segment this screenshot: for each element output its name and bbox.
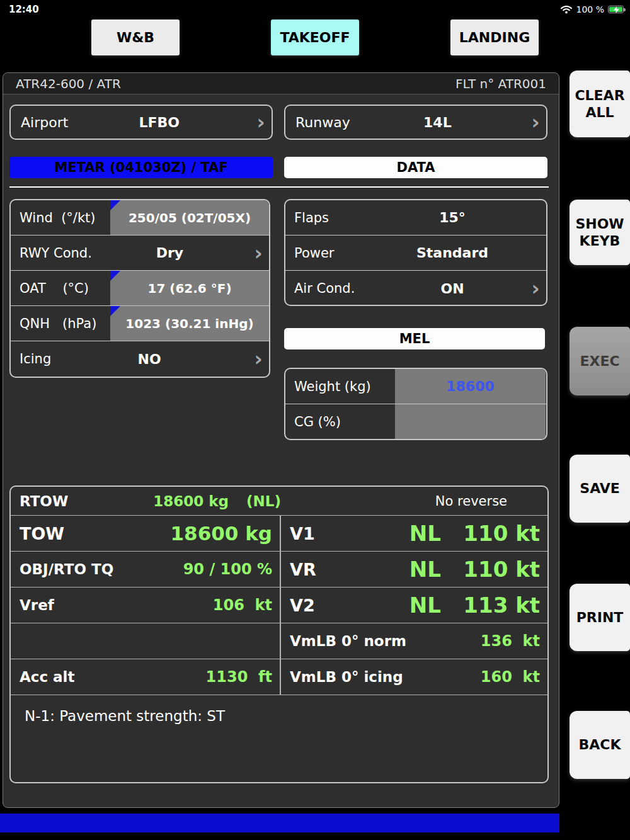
- edit-corner-icon: [110, 271, 120, 281]
- clear-all-button[interactable]: CLEAR ALL: [570, 71, 630, 137]
- result-vref: Vref 106 kt: [11, 587, 281, 623]
- oat-input[interactable]: 17 (62.6 °F): [110, 271, 269, 305]
- airport-label: Airport: [11, 115, 68, 130]
- weight-label: Weight (kg): [285, 379, 371, 394]
- chevron-right-icon: ›: [250, 112, 272, 132]
- chevron-right-icon: ›: [525, 112, 546, 132]
- runway-value: 14L: [350, 115, 525, 130]
- oat-row: OAT (°C) 17 (62.6 °F): [11, 271, 269, 306]
- wifi-icon: [560, 5, 573, 14]
- result-vmlb-norm: VmLB 0° norm 136 kt: [281, 623, 547, 659]
- cg-label: CG (%): [285, 414, 341, 429]
- flaps-label: Flaps: [285, 210, 380, 225]
- result-v2: V2 NL 113 kt: [281, 587, 547, 623]
- print-button[interactable]: PRINT: [570, 584, 630, 651]
- qnh-row: QNH (hPa) 1023 (30.21 inHg): [11, 306, 269, 341]
- edit-corner-icon: [110, 200, 120, 210]
- result-obj-rto-tq: OBJ/RTO TQ 90 / 100 %: [11, 552, 281, 587]
- flaps-value: 15°: [380, 210, 525, 225]
- rtow-flag: (NL): [246, 493, 281, 509]
- wind-input[interactable]: 250/05 (02T/05X): [110, 200, 269, 235]
- bottom-accent-bar: [0, 814, 559, 832]
- tab-wb[interactable]: W&B: [91, 20, 180, 55]
- flight-number: FLT n° ATR001: [455, 76, 546, 91]
- chevron-right-icon: ›: [248, 243, 269, 263]
- chevron-right-icon: ›: [248, 349, 269, 369]
- qnh-label: QNH (hPa): [11, 316, 96, 331]
- runway-selector[interactable]: Runway 14L ›: [284, 105, 547, 140]
- conditions-group: Wind (°/kt) 250/05 (02T/05X) RWY Cond. D…: [9, 199, 270, 378]
- config-group: Flaps 15° Power Standard Air Cond. ON ›: [284, 199, 547, 306]
- qnh-value: 1023 (30.21 inHg): [125, 316, 253, 331]
- air-cond-label: Air Cond.: [285, 281, 380, 296]
- tab-landing[interactable]: LANDING: [450, 20, 539, 55]
- battery-icon: [608, 6, 624, 13]
- rwy-cond-value: Dry: [92, 245, 248, 261]
- divider: [9, 186, 549, 188]
- back-button[interactable]: BACK: [570, 711, 630, 779]
- tab-takeoff[interactable]: TAKEOFF: [271, 20, 359, 55]
- reverse-note: No reverse: [435, 494, 539, 509]
- save-button[interactable]: SAVE: [570, 455, 630, 523]
- oat-label: OAT (°C): [11, 281, 89, 296]
- power-label: Power: [285, 246, 380, 261]
- takeoff-panel: ATR42-600 / ATR FLT n° ATR001 Airport LF…: [3, 72, 559, 808]
- airport-selector[interactable]: Airport LFBO ›: [9, 105, 273, 140]
- icing-label: Icing: [11, 351, 51, 366]
- aircraft-title: ATR42-600 / ATR: [16, 76, 121, 91]
- cg-row: CG (%): [285, 404, 546, 440]
- qnh-input[interactable]: 1023 (30.21 inHg): [110, 306, 269, 341]
- flaps-row: Flaps 15°: [285, 200, 546, 236]
- wind-label: Wind (°/kt): [11, 210, 95, 225]
- wind-row: Wind (°/kt) 250/05 (02T/05X): [11, 200, 269, 236]
- result-empty: [11, 623, 281, 659]
- weight-row: Weight (kg) 18600: [285, 369, 546, 404]
- oat-value: 17 (62.6 °F): [147, 281, 231, 296]
- rwy-cond-row[interactable]: RWY Cond. Dry ›: [11, 236, 269, 271]
- clock: 12:40: [6, 4, 39, 15]
- result-tow: TOW 18600 kg: [11, 516, 281, 552]
- runway-label: Runway: [285, 115, 350, 130]
- data-button[interactable]: DATA: [284, 157, 547, 178]
- rwy-cond-label: RWY Cond.: [11, 246, 92, 261]
- cg-input[interactable]: [395, 404, 546, 440]
- result-v1: V1 NL 110 kt: [281, 516, 547, 552]
- weight-input[interactable]: 18600: [395, 369, 546, 404]
- n1-note: N-1: Pavement strength: ST: [11, 695, 547, 724]
- status-bar: 12:40 100 %: [0, 0, 630, 19]
- battery-percent: 100 %: [576, 4, 604, 14]
- rtow-summary: RTOW 18600 kg (NL) No reverse: [11, 487, 547, 516]
- edit-corner-icon: [110, 306, 120, 316]
- weight-value: 18600: [446, 378, 495, 394]
- status-indicators: 100 %: [560, 4, 624, 14]
- power-row: Power Standard: [285, 236, 546, 271]
- icing-row[interactable]: Icing NO ›: [11, 341, 269, 377]
- chevron-right-icon: ›: [525, 278, 546, 298]
- weight-cg-group: Weight (kg) 18600 CG (%): [284, 368, 547, 440]
- metar-taf-button[interactable]: METAR (041030Z) / TAF: [9, 157, 273, 178]
- result-vmlb-icing: VmLB 0° icing 160 kt: [281, 659, 547, 695]
- power-value: Standard: [380, 245, 525, 261]
- rtow-label: RTOW: [20, 493, 68, 509]
- panel-header: ATR42-600 / ATR FLT n° ATR001: [3, 73, 559, 94]
- wind-value: 250/05 (02T/05X): [129, 210, 251, 225]
- show-keyboard-button[interactable]: SHOW KEYB: [570, 200, 630, 265]
- rtow-value: 18600 kg: [153, 493, 229, 509]
- result-vr: VR NL 110 kt: [281, 552, 547, 587]
- exec-button[interactable]: EXEC: [570, 327, 630, 395]
- airport-value: LFBO: [68, 115, 250, 130]
- mel-button[interactable]: MEL: [284, 328, 545, 349]
- air-cond-value: ON: [380, 281, 525, 297]
- results-panel: RTOW 18600 kg (NL) No reverse TOW 18600 …: [9, 485, 549, 783]
- results-grid: TOW 18600 kg V1 NL 110 kt OBJ/RTO TQ 90 …: [11, 516, 547, 724]
- result-acc-alt: Acc alt 1130 ft: [11, 659, 281, 695]
- air-cond-row[interactable]: Air Cond. ON ›: [285, 271, 546, 306]
- icing-value: NO: [51, 351, 248, 367]
